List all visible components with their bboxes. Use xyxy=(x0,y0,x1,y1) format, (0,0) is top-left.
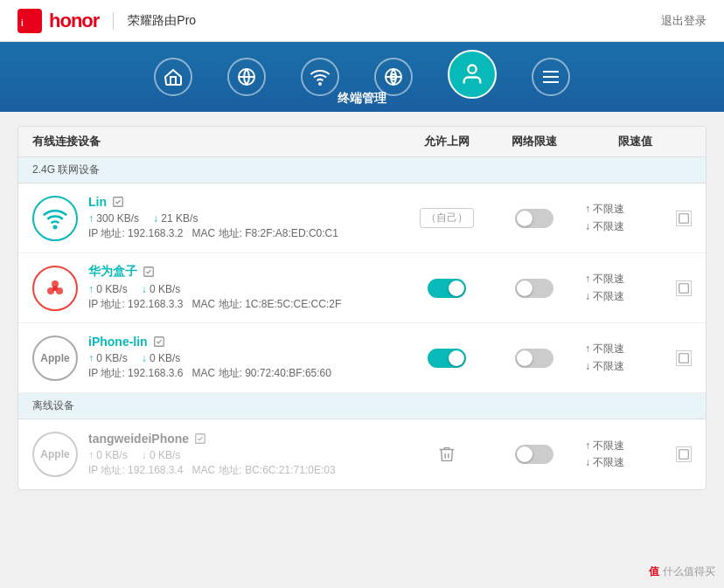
device-info-huawei: 华为盒子 ↑ 0 KB/s ↓ 0 KB/s IP 地址: 192.168.3.… xyxy=(88,264,403,312)
honor-logo-icon: i xyxy=(17,9,42,33)
allow-val-iphone-lin xyxy=(403,349,491,368)
upload-speed-tangwei: ↑ 0 KB/s xyxy=(88,449,128,461)
limit-value-tangwei: ↑ 不限速 ↓ 不限速 xyxy=(578,438,692,471)
allow-val-lin: （自己） xyxy=(403,208,491,228)
nav-item-menu[interactable] xyxy=(532,58,570,96)
limit-text-tangwei: ↑ 不限速 ↓ 不限速 xyxy=(585,438,624,471)
globe2-icon xyxy=(383,66,404,87)
svg-rect-14 xyxy=(679,213,689,223)
huawei-logo-icon xyxy=(41,274,69,302)
nav-item-internet[interactable] xyxy=(227,58,266,96)
device-stats-iphone-lin: ↑ 0 KB/s ↓ 0 KB/s xyxy=(88,352,403,364)
section-24g-header: 2.4G 联网设备 xyxy=(18,157,706,183)
svg-point-4 xyxy=(319,83,321,85)
device-info-iphone-lin: iPhone-lin ↑ 0 KB/s ↓ 0 KB/s IP 地址: 192.… xyxy=(88,335,403,381)
col-limit-header: 网络限速 xyxy=(491,134,578,149)
device-name-huawei: 华为盒子 xyxy=(88,264,137,280)
device-name-row-lin: Lin xyxy=(88,195,403,209)
limit-down-huawei: ↓ 不限速 xyxy=(585,288,624,305)
device-stats-tangwei: ↑ 0 KB/s ↓ 0 KB/s xyxy=(88,449,403,461)
limit-up-tangwei: ↑ 不限速 xyxy=(585,438,624,454)
allow-val-tangwei xyxy=(403,440,491,468)
device-name-row-iphone-lin: iPhone-lin xyxy=(88,335,403,349)
nav-item-wifi[interactable] xyxy=(301,58,339,96)
svg-rect-22 xyxy=(679,353,689,363)
col-device-header: 有线连接设备 xyxy=(32,134,403,149)
nav-item-terminal[interactable] xyxy=(448,55,497,99)
toggle-knob-huawei xyxy=(517,280,533,296)
allow-toggle-iphone-lin[interactable] xyxy=(428,349,466,368)
device-icon-iphone-lin: Apple xyxy=(32,336,78,381)
device-stats-huawei: ↑ 0 KB/s ↓ 0 KB/s xyxy=(88,283,403,295)
limit-toggle-iphone-lin[interactable] xyxy=(515,349,553,368)
limit-toggle-tangwei[interactable] xyxy=(515,445,553,464)
device-table: 有线连接设备 允许上网 网络限速 限速值 2.4G 联网设备 Lin xyxy=(17,126,707,490)
limit-edit-iphone-lin[interactable] xyxy=(676,350,692,366)
menu-icon-wrap xyxy=(532,58,570,96)
limit-toggle-huawei-wrap xyxy=(491,279,578,298)
edit-icon-huawei[interactable] xyxy=(143,266,155,278)
toggle-knob-allow-iphone-lin xyxy=(449,350,464,366)
table-row: 华为盒子 ↑ 0 KB/s ↓ 0 KB/s IP 地址: 192.168.3.… xyxy=(18,253,706,323)
download-speed-lin: ↓ 21 KB/s xyxy=(153,212,198,225)
svg-rect-24 xyxy=(679,450,689,460)
watermark-logo: 值 xyxy=(649,564,659,579)
main-content: 有线连接设备 允许上网 网络限速 限速值 2.4G 联网设备 Lin xyxy=(0,112,724,504)
upload-speed-huawei: ↑ 0 KB/s xyxy=(88,283,128,295)
device-name-lin: Lin xyxy=(88,195,107,209)
device-name-row-tangwei: tangweideiPhone xyxy=(88,432,403,446)
limit-edit-lin[interactable] xyxy=(676,211,692,226)
limit-edit-icon-huawei xyxy=(679,283,689,294)
svg-point-12 xyxy=(54,225,57,228)
nav-active-label: 终端管理 xyxy=(338,91,386,107)
limit-up-huawei: ↑ 不限速 xyxy=(585,271,624,287)
upload-speed-lin: ↑ 300 KB/s xyxy=(88,212,139,225)
brand-name: honor xyxy=(49,10,99,32)
wifi-nav-icon-wrap xyxy=(301,58,339,96)
limit-toggle-iphone-lin-wrap xyxy=(491,349,578,368)
edit-icon-iphone-lin[interactable] xyxy=(153,336,165,348)
nav-item-home[interactable] xyxy=(154,58,192,96)
limit-value-iphone-lin: ↑ 不限速 ↓ 不限速 xyxy=(578,341,692,374)
limit-value-huawei: ↑ 不限速 ↓ 不限速 xyxy=(578,271,692,304)
allow-toggle-huawei[interactable] xyxy=(428,279,466,298)
menu-icon xyxy=(540,66,561,87)
device-icon-lin xyxy=(32,196,78,241)
toggle-knob-allow-huawei xyxy=(449,280,464,296)
limit-text-huawei: ↑ 不限速 ↓ 不限速 xyxy=(585,271,624,304)
limit-edit-huawei[interactable] xyxy=(676,280,692,296)
limit-toggle-lin-wrap xyxy=(491,209,578,228)
home-icon-wrap xyxy=(154,58,192,96)
limit-down-tangwei: ↓ 不限速 xyxy=(585,454,624,471)
allow-val-huawei xyxy=(403,279,491,298)
self-badge-lin: （自己） xyxy=(420,208,474,228)
col-allow-header: 允许上网 xyxy=(403,134,491,149)
section-offline-header: 离线设备 xyxy=(18,393,706,419)
svg-point-18 xyxy=(52,286,58,291)
toggle-knob-lin xyxy=(517,211,533,226)
product-name: 荣耀路由Pro xyxy=(128,13,196,29)
device-addr-iphone-lin: IP 地址: 192.168.3.6 MAC 地址: 90:72:40:BF:6… xyxy=(88,366,403,381)
globe-icon xyxy=(236,66,257,87)
col-limit-val-header: 限速值 xyxy=(578,134,692,149)
apple-label-tangwei: Apple xyxy=(40,448,69,460)
watermark: 值 什么值得买 xyxy=(649,564,715,579)
limit-edit-icon-iphone-lin xyxy=(679,353,689,363)
delete-button-tangwei[interactable] xyxy=(433,440,461,468)
table-row: Apple iPhone-lin ↑ 0 KB/s ↓ 0 KB/s IP 地址… xyxy=(18,323,706,393)
wifi-nav-icon xyxy=(310,66,331,87)
table-row: Apple tangweideiPhone ↑ 0 KB/s ↓ 0 KB/s … xyxy=(18,419,706,489)
limit-toggle-lin[interactable] xyxy=(515,209,553,228)
edit-icon-tangwei[interactable] xyxy=(194,432,206,445)
header: i honor 荣耀路由Pro 退出登录 xyxy=(0,0,724,42)
limit-toggle-huawei[interactable] xyxy=(515,279,553,298)
apple-label-iphone-lin: Apple xyxy=(40,352,69,364)
device-name-row-huawei: 华为盒子 xyxy=(88,264,403,280)
limit-up-iphone-lin: ↑ 不限速 xyxy=(585,341,624,357)
svg-point-8 xyxy=(468,66,476,73)
logout-button[interactable]: 退出登录 xyxy=(661,13,707,29)
device-name-iphone-lin: iPhone-lin xyxy=(88,335,148,349)
navigation: 终端管理 xyxy=(0,42,724,112)
edit-icon-lin[interactable] xyxy=(112,196,124,208)
limit-edit-tangwei[interactable] xyxy=(676,446,692,462)
